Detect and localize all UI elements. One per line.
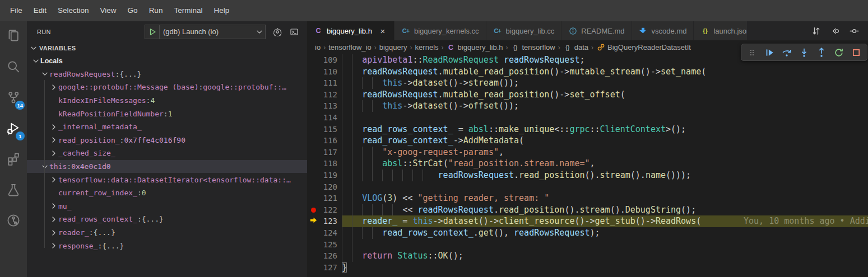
chevron-down-icon[interactable] [31,57,40,65]
gutter[interactable] [307,181,319,193]
variables-section-header[interactable]: VARIABLES [27,42,307,54]
code-text[interactable] [342,239,868,251]
current-frame-gutter[interactable] [307,215,319,227]
breadcrumb-bigquery-lib-h[interactable]: Cbigquery_lib.h [447,43,503,52]
gear-icon[interactable] [272,27,282,37]
tree-row-google-protobuf-message-base-[interactable]: google::protobuf::Message (base): google… [27,81,307,94]
activity-run-and-debug[interactable]: 1 [0,114,27,144]
chevron-right-icon[interactable] [49,228,58,237]
gutter[interactable] [307,147,319,158]
gutter[interactable] [307,89,319,101]
tab-README-md[interactable]: README.md [561,21,632,40]
menu-run[interactable]: Run [143,0,169,21]
gutter[interactable] [307,124,319,135]
tree-row-_cached_size_[interactable]: _cached_size_ [27,147,307,160]
code-text[interactable] [342,112,868,124]
chevron-right-icon[interactable] [49,135,58,144]
tree-row-_internal_metadata_[interactable]: _internal_metadata_ [27,120,307,134]
menu-view[interactable]: View [95,0,122,21]
close-icon[interactable]: × [378,26,387,36]
tree-row-locals[interactable]: Locals [27,54,307,68]
code-text[interactable]: << readRowsRequest.read_position().strea… [342,204,868,216]
gutter[interactable] [307,54,319,66]
drag-handle[interactable] [744,44,761,60]
breadcrumb-data[interactable]: {}data [563,43,588,52]
gutter[interactable] [307,112,319,124]
code-text[interactable]: read_rows_context_.get(), readRowsReques… [342,227,868,239]
activity-extensions[interactable] [0,144,27,175]
gutter[interactable] [307,193,319,204]
activity-testing[interactable] [0,175,27,206]
breadcrumb-tensorflow-io[interactable]: tensorflow_io [328,43,372,51]
gutter[interactable] [307,77,319,89]
code-text[interactable]: readRowsRequest.read_position().stream()… [342,170,868,181]
gutter[interactable] [307,250,319,262]
code-text[interactable]: read_rows_context_ = absl::make_unique<:… [342,124,868,135]
chevron-right-icon[interactable] [49,215,58,224]
breadcrumb-io[interactable]: io [315,43,321,51]
tree-row-mu_[interactable]: mu_ [27,200,307,213]
breadcrumb-bigquery[interactable]: bigquery [379,43,407,51]
gutter[interactable] [307,135,319,147]
tree-row-kindexinfilemessages[interactable]: kIndexInFileMessages: 4 [27,94,307,107]
code-text[interactable]: absl::StrCat("read_position.stream.name=… [342,158,868,170]
chevron-down-icon[interactable] [254,27,265,36]
gutter[interactable] [307,239,319,251]
tree-row-kreadpositionfieldnumber[interactable]: kReadPositionFieldNumber: 1 [27,107,307,120]
step-out-button[interactable] [813,44,830,60]
open-changes-icon[interactable] [807,24,824,37]
tree-row-tensorflow-data-datasetiterator-tensorfl[interactable]: tensorflow::data::DatasetIterator<tensor… [27,173,307,186]
code-text[interactable]: "x-goog-request-params", [342,147,868,158]
code-text[interactable]: readRowsRequest.mutable_read_position()-… [342,89,868,101]
gutter[interactable] [307,66,319,78]
breadcrumb-bigqueryreaderdatasetit[interactable]: BigQueryReaderDatasetIt [596,43,691,52]
code-text[interactable]: reader_ = this->dataset()->client_resour… [342,215,868,227]
gutter[interactable] [307,262,319,274]
chevron-right-icon[interactable] [49,83,58,92]
menu-edit[interactable]: Edit [28,0,52,21]
chevron-down-icon[interactable] [40,162,49,171]
tab-launch-json[interactable]: {}launch.json [694,21,748,40]
menu-terminal[interactable]: Terminal [168,0,208,21]
code-text[interactable]: this->dataset()->offset()); [342,100,868,112]
tree-row-this[interactable]: this: 0x4e0c1d0 [27,160,307,173]
breakpoint-gutter[interactable] [307,204,319,216]
gutter[interactable] [307,100,319,112]
code-text[interactable]: readRowsRequest.mutable_read_position()-… [342,66,868,78]
tab-vscode-md[interactable]: vscode.md [632,21,694,40]
gutter[interactable] [307,227,319,239]
tree-row-read_position_[interactable]: read_position_: 0x7ffe4c016f90 [27,134,307,147]
continue-button[interactable] [761,44,778,60]
commit-graph-icon[interactable] [846,24,862,37]
menu-selection[interactable]: Selection [52,0,95,21]
stop-button[interactable] [847,44,865,60]
restart-button[interactable] [830,44,847,60]
step-into-button[interactable] [796,44,813,60]
launch-config-dropdown[interactable]: (gdb) Launch (io) [160,27,254,36]
tree-row-readrowsrequest[interactable]: readRowsRequest: {...} [27,68,307,81]
menu-file[interactable]: File [4,0,28,21]
chevron-right-icon[interactable] [49,149,58,158]
menu-help[interactable]: Help [208,0,235,21]
breadcrumb-tensorflow[interactable]: {}tensorflow [510,43,555,52]
chevron-right-icon[interactable] [49,241,58,250]
activity-search[interactable] [0,52,27,83]
chevron-right-icon[interactable] [49,123,58,132]
tab-bigquery_lib-cc[interactable]: C+bigquery_lib.cc [486,21,562,40]
tree-row-response_[interactable]: response_: {...} [27,239,307,252]
start-debug-button[interactable] [145,25,160,39]
activity-source-control[interactable]: 14 [0,83,27,114]
tree-row-reader_[interactable]: reader_: {...} [27,226,307,240]
code-text[interactable]: this->dataset()->stream()); [342,77,868,89]
step-over-button[interactable] [778,44,796,60]
tree-row-read_rows_context_[interactable]: read_rows_context_: {...} [27,213,307,226]
tab-bigquery_kernels-cc[interactable]: C+bigquery_kernels.cc [394,21,486,40]
chevron-right-icon[interactable] [49,175,58,184]
tab-bigquery_lib-h[interactable]: Cbigquery_lib.h× [307,21,394,40]
activity-explorer[interactable] [0,21,27,52]
gutter[interactable] [307,158,319,170]
breadcrumb-kernels[interactable]: kernels [415,43,439,51]
chevron-right-icon[interactable] [49,201,58,210]
code-text[interactable]: read_rows_context_->AddMetadata( [342,135,868,147]
code-text[interactable]: return Status::OK(); [342,250,868,262]
